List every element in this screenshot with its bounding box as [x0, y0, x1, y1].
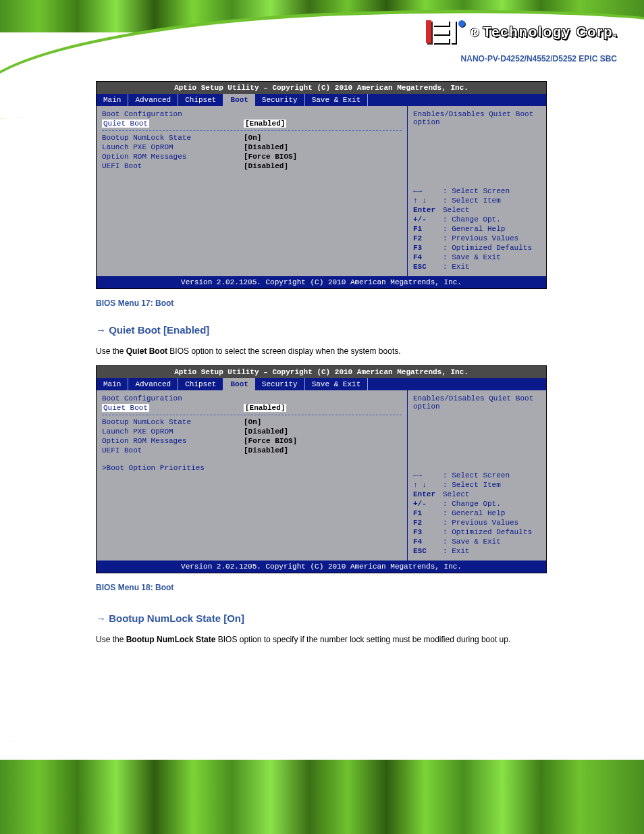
submenu-icon: > [102, 464, 107, 472]
tab-chipset[interactable]: Chipset [178, 378, 223, 390]
bios-left-pane: Boot Configuration Quiet Boot [Enabled] … [97, 106, 407, 276]
tab-main[interactable]: Main [97, 94, 128, 106]
iei-logo [426, 20, 465, 43]
bios-tabs: Main Advanced Chipset Boot Security Save… [97, 378, 546, 390]
arrow-icon: → [96, 324, 109, 336]
bios-right-pane: Enables/Disables Quiet Boot option ←→: S… [407, 390, 546, 561]
group-label: Boot Configuration [102, 110, 402, 118]
field-quiet-boot[interactable]: Quiet Boot [Enabled] [102, 120, 402, 128]
option-heading-numlock: → Bootup NumLock State [On] [96, 613, 547, 624]
bios-screenshot-1: Aptio Setup Utility – Copyright (C) 2010… [96, 81, 547, 289]
bios-copyright: Version 2.02.1205. Copyright (C) 2010 Am… [97, 276, 546, 288]
tab-security[interactable]: Security [255, 378, 305, 390]
bios-tabs: Main Advanced Chipset Boot Security Save… [97, 94, 546, 106]
brand-text: Technology Corp. [483, 24, 618, 40]
field-uefi[interactable]: UEFI Boot [Disabled] [102, 162, 402, 170]
bios-right-pane: Enables/Disables Quiet Boot option ←→: S… [407, 106, 546, 276]
field-numlock[interactable]: Bootup NumLock State [On] [102, 418, 402, 426]
tab-chipset[interactable]: Chipset [178, 94, 223, 106]
key-hints: ←→: Select Screen ↑ ↓: Select Item Enter… [413, 186, 541, 272]
tab-main[interactable]: Main [97, 378, 128, 390]
tab-boot[interactable]: Boot [223, 378, 254, 390]
option-heading-quietboot: → Quiet Boot [Enabled] [96, 324, 547, 336]
field-numlock[interactable]: Bootup NumLock State [On] [102, 134, 402, 142]
figure-caption-18: BIOS Menu 18: Boot [96, 583, 547, 592]
tab-security[interactable]: Security [255, 94, 305, 106]
field-oprom[interactable]: Option ROM Messages [Force BIOS] [102, 437, 402, 445]
tab-advanced[interactable]: Advanced [128, 378, 178, 390]
tab-boot[interactable]: Boot [223, 94, 254, 106]
field-uefi[interactable]: UEFI Boot [Disabled] [102, 446, 402, 454]
field-pxe[interactable]: Launch PXE OpROM [Disabled] [102, 143, 402, 151]
submenu-boot-priorities[interactable]: > Boot Option Priorities [102, 464, 402, 472]
help-text: Enables/Disables Quiet Boot option [413, 394, 541, 470]
divider [102, 130, 402, 131]
field-quiet-boot[interactable]: Quiet Boot [Enabled] [102, 404, 402, 412]
bios-title: Aptio Setup Utility – Copyright (C) 2010… [97, 82, 546, 94]
bios-title: Aptio Setup Utility – Copyright (C) 2010… [97, 366, 546, 378]
field-pxe[interactable]: Launch PXE OpROM [Disabled] [102, 427, 402, 436]
page-content: Aptio Setup Utility – Copyright (C) 2010… [96, 81, 547, 651]
field-oprom[interactable]: Option ROM Messages [Force BIOS] [102, 153, 402, 161]
figure-caption-17: BIOS Menu 17: Boot [96, 298, 547, 308]
bios-copyright: Version 2.02.1205. Copyright (C) 2010 Am… [97, 561, 546, 573]
footer-pcb-strip [0, 760, 644, 834]
tab-advanced[interactable]: Advanced [128, 94, 178, 106]
arrow-icon: → [96, 613, 109, 624]
group-label: Boot Configuration [102, 394, 402, 402]
option-body-quietboot: Use the Quiet Boot BIOS option to select… [96, 346, 547, 356]
option-body-numlock: Use the Bootup NumLock State BIOS option… [96, 635, 547, 644]
bios-screenshot-2: Aptio Setup Utility – Copyright (C) 2010… [96, 365, 547, 573]
product-subtitle: NANO-PV-D4252/N4552/D5252 EPIC SBC [461, 54, 617, 63]
key-hints: ←→: Select Screen ↑ ↓: Select Item Enter… [413, 470, 541, 556]
help-text: Enables/Disables Quiet Boot option [413, 110, 541, 186]
bios-left-pane: Boot Configuration Quiet Boot [Enabled] … [97, 390, 407, 561]
tab-saveexit[interactable]: Save & Exit [305, 94, 369, 106]
divider [102, 415, 402, 415]
brand-logo: ® Technology Corp. [426, 20, 618, 43]
tab-saveexit[interactable]: Save & Exit [305, 378, 369, 390]
